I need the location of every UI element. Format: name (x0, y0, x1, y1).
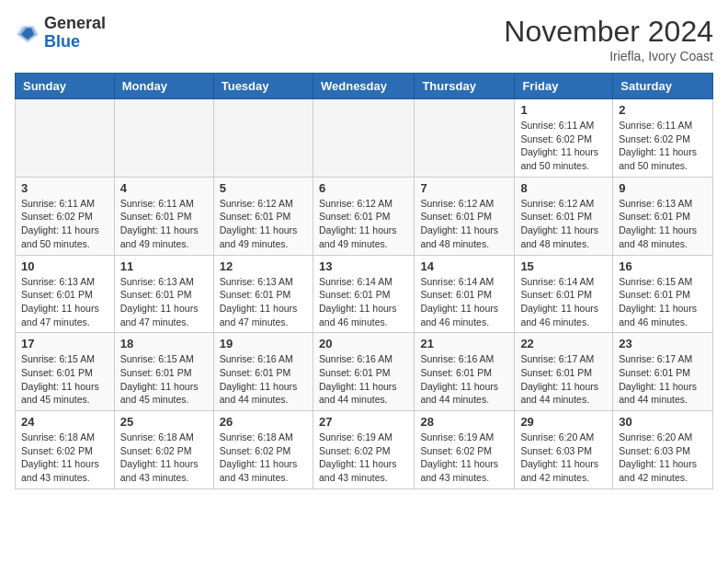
day-info: Sunrise: 6:16 AMSunset: 6:01 PMDaylight:… (420, 352, 508, 407)
calendar-day-cell: 24Sunrise: 6:18 AMSunset: 6:02 PMDayligh… (16, 411, 115, 489)
day-info: Sunrise: 6:15 AMSunset: 6:01 PMDaylight:… (619, 275, 707, 329)
calendar-table: SundayMondayTuesdayWednesdayThursdayFrid… (15, 73, 713, 489)
location: Iriefla, Ivory Coast (504, 49, 713, 63)
day-number: 12 (220, 259, 307, 273)
calendar-day-cell: 8Sunrise: 6:12 AMSunset: 6:01 PMDaylight… (515, 177, 613, 255)
day-info: Sunrise: 6:15 AMSunset: 6:01 PMDaylight:… (21, 352, 108, 407)
calendar-day-cell: 9Sunrise: 6:13 AMSunset: 6:01 PMDaylight… (613, 177, 713, 255)
calendar-day-cell: 20Sunrise: 6:16 AMSunset: 6:01 PMDayligh… (313, 333, 414, 411)
day-info: Sunrise: 6:20 AMSunset: 6:03 PMDaylight:… (619, 431, 707, 485)
day-number: 26 (220, 415, 307, 429)
day-number: 16 (619, 259, 707, 273)
calendar-day-cell: 6Sunrise: 6:12 AMSunset: 6:01 PMDaylight… (313, 177, 414, 255)
day-number: 4 (120, 181, 208, 195)
day-info: Sunrise: 6:11 AMSunset: 6:02 PMDaylight:… (520, 119, 607, 173)
day-info: Sunrise: 6:13 AMSunset: 6:01 PMDaylight:… (120, 275, 208, 329)
calendar-day-cell: 29Sunrise: 6:20 AMSunset: 6:03 PMDayligh… (515, 411, 613, 489)
day-of-week-header: Monday (114, 74, 213, 99)
calendar-day-cell: 30Sunrise: 6:20 AMSunset: 6:03 PMDayligh… (613, 411, 713, 489)
day-info: Sunrise: 6:18 AMSunset: 6:02 PMDaylight:… (120, 431, 208, 485)
header-row: SundayMondayTuesdayWednesdayThursdayFrid… (16, 74, 713, 99)
calendar-header: SundayMondayTuesdayWednesdayThursdayFrid… (16, 74, 713, 99)
day-info: Sunrise: 6:13 AMSunset: 6:01 PMDaylight:… (619, 197, 707, 251)
day-number: 17 (21, 337, 108, 350)
calendar-day-cell: 11Sunrise: 6:13 AMSunset: 6:01 PMDayligh… (114, 255, 213, 333)
day-info: Sunrise: 6:13 AMSunset: 6:01 PMDaylight:… (220, 275, 307, 329)
day-number: 22 (520, 337, 607, 350)
calendar-day-cell (16, 99, 115, 178)
day-of-week-header: Friday (515, 74, 613, 99)
day-number: 23 (619, 337, 707, 350)
day-number: 18 (120, 337, 208, 350)
calendar-week-row: 1Sunrise: 6:11 AMSunset: 6:02 PMDaylight… (16, 99, 713, 178)
day-of-week-header: Saturday (613, 74, 713, 99)
day-of-week-header: Thursday (415, 74, 515, 99)
day-info: Sunrise: 6:19 AMSunset: 6:02 PMDaylight:… (420, 431, 508, 485)
logo-text: General Blue (44, 15, 106, 52)
day-info: Sunrise: 6:14 AMSunset: 6:01 PMDaylight:… (520, 275, 607, 329)
calendar-day-cell: 27Sunrise: 6:19 AMSunset: 6:02 PMDayligh… (313, 411, 414, 489)
day-number: 27 (319, 415, 408, 429)
day-info: Sunrise: 6:12 AMSunset: 6:01 PMDaylight:… (520, 197, 607, 251)
logo-general: General (44, 15, 106, 33)
day-number: 2 (619, 103, 707, 117)
day-number: 6 (319, 181, 408, 195)
calendar-day-cell: 26Sunrise: 6:18 AMSunset: 6:02 PMDayligh… (213, 411, 313, 489)
day-of-week-header: Wednesday (313, 74, 414, 99)
calendar-day-cell: 14Sunrise: 6:14 AMSunset: 6:01 PMDayligh… (415, 255, 515, 333)
calendar-day-cell: 4Sunrise: 6:11 AMSunset: 6:01 PMDaylight… (114, 177, 213, 255)
day-number: 25 (120, 415, 208, 429)
calendar-day-cell: 2Sunrise: 6:11 AMSunset: 6:02 PMDaylight… (613, 99, 713, 178)
calendar-day-cell: 16Sunrise: 6:15 AMSunset: 6:01 PMDayligh… (613, 255, 713, 333)
day-number: 5 (220, 181, 307, 195)
logo-blue: Blue (44, 33, 106, 52)
day-of-week-header: Sunday (16, 74, 115, 99)
day-number: 20 (319, 337, 408, 350)
logo-icon (15, 20, 40, 46)
day-of-week-header: Tuesday (213, 74, 313, 99)
calendar-day-cell: 3Sunrise: 6:11 AMSunset: 6:02 PMDaylight… (16, 177, 115, 255)
day-number: 13 (319, 259, 408, 273)
calendar-day-cell (213, 99, 313, 178)
day-number: 9 (619, 181, 707, 195)
day-info: Sunrise: 6:20 AMSunset: 6:03 PMDaylight:… (520, 431, 607, 485)
day-number: 15 (520, 259, 607, 273)
day-info: Sunrise: 6:14 AMSunset: 6:01 PMDaylight:… (420, 275, 508, 329)
day-number: 1 (520, 103, 607, 117)
calendar-day-cell: 17Sunrise: 6:15 AMSunset: 6:01 PMDayligh… (16, 333, 115, 411)
calendar-day-cell: 12Sunrise: 6:13 AMSunset: 6:01 PMDayligh… (213, 255, 313, 333)
day-info: Sunrise: 6:18 AMSunset: 6:02 PMDaylight:… (220, 431, 307, 485)
day-info: Sunrise: 6:12 AMSunset: 6:01 PMDaylight:… (319, 197, 408, 251)
calendar-week-row: 17Sunrise: 6:15 AMSunset: 6:01 PMDayligh… (16, 333, 713, 411)
logo: General Blue (15, 15, 106, 52)
day-info: Sunrise: 6:18 AMSunset: 6:02 PMDaylight:… (21, 431, 108, 485)
calendar-day-cell: 19Sunrise: 6:16 AMSunset: 6:01 PMDayligh… (213, 333, 313, 411)
calendar-day-cell: 5Sunrise: 6:12 AMSunset: 6:01 PMDaylight… (213, 177, 313, 255)
day-info: Sunrise: 6:15 AMSunset: 6:01 PMDaylight:… (120, 352, 208, 407)
day-info: Sunrise: 6:12 AMSunset: 6:01 PMDaylight:… (420, 197, 508, 251)
calendar-day-cell: 25Sunrise: 6:18 AMSunset: 6:02 PMDayligh… (114, 411, 213, 489)
calendar-day-cell: 15Sunrise: 6:14 AMSunset: 6:01 PMDayligh… (515, 255, 613, 333)
day-info: Sunrise: 6:13 AMSunset: 6:01 PMDaylight:… (21, 275, 108, 329)
calendar-day-cell: 7Sunrise: 6:12 AMSunset: 6:01 PMDaylight… (415, 177, 515, 255)
day-number: 7 (420, 181, 508, 195)
day-number: 19 (220, 337, 307, 350)
day-info: Sunrise: 6:16 AMSunset: 6:01 PMDaylight:… (220, 352, 307, 407)
month-title: November 2024 (504, 15, 713, 49)
day-info: Sunrise: 6:11 AMSunset: 6:02 PMDaylight:… (21, 197, 108, 251)
day-number: 3 (21, 181, 108, 195)
day-number: 28 (420, 415, 508, 429)
calendar-day-cell (114, 99, 213, 178)
calendar-day-cell (415, 99, 515, 178)
calendar-week-row: 10Sunrise: 6:13 AMSunset: 6:01 PMDayligh… (16, 255, 713, 333)
day-number: 11 (120, 259, 208, 273)
day-info: Sunrise: 6:17 AMSunset: 6:01 PMDaylight:… (520, 352, 607, 407)
calendar-week-row: 3Sunrise: 6:11 AMSunset: 6:02 PMDaylight… (16, 177, 713, 255)
day-info: Sunrise: 6:14 AMSunset: 6:01 PMDaylight:… (319, 275, 408, 329)
calendar-body: 1Sunrise: 6:11 AMSunset: 6:02 PMDaylight… (16, 99, 713, 489)
day-number: 10 (21, 259, 108, 273)
day-info: Sunrise: 6:19 AMSunset: 6:02 PMDaylight:… (319, 431, 408, 485)
day-number: 21 (420, 337, 508, 350)
calendar-day-cell: 10Sunrise: 6:13 AMSunset: 6:01 PMDayligh… (16, 255, 115, 333)
day-info: Sunrise: 6:16 AMSunset: 6:01 PMDaylight:… (319, 352, 408, 407)
